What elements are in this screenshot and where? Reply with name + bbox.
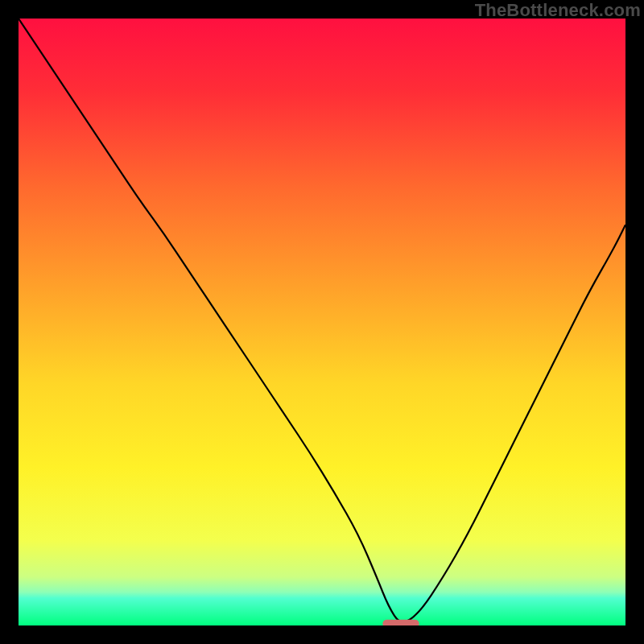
optimal-marker [382, 620, 419, 625]
chart-frame: TheBottleneck.com [0, 0, 644, 644]
plot-area [19, 19, 625, 625]
plot-svg [19, 19, 625, 625]
watermark-label: TheBottleneck.com [475, 0, 641, 21]
gradient-background [19, 19, 625, 625]
